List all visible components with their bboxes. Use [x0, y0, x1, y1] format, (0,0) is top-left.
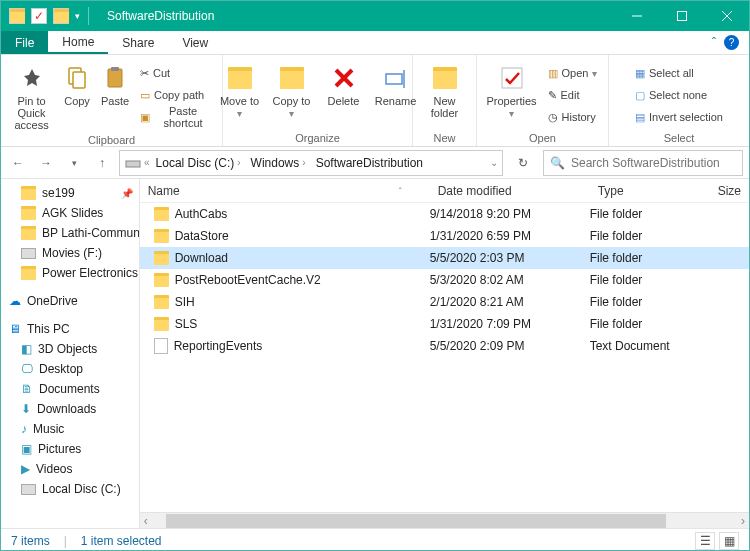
- horizontal-scrollbar[interactable]: ‹ ›: [140, 512, 749, 528]
- nav-item[interactable]: ▣Pictures: [1, 439, 139, 459]
- refresh-button[interactable]: ↻: [509, 150, 537, 176]
- status-count: 7 items: [11, 534, 50, 548]
- svg-rect-7: [111, 67, 119, 71]
- search-box[interactable]: 🔍: [543, 150, 743, 176]
- nav-item[interactable]: ⬇Downloads: [1, 399, 139, 419]
- svg-rect-1: [677, 12, 686, 21]
- nav-tree[interactable]: se199📌 AGK Slides BP Lathi-Communi Movie…: [1, 179, 140, 528]
- qat-folder-icon[interactable]: [9, 8, 25, 24]
- tab-view[interactable]: View: [168, 31, 222, 54]
- paste-button[interactable]: Paste: [98, 61, 132, 109]
- open-button[interactable]: ▥Open ▾: [544, 63, 602, 83]
- nav-item[interactable]: ▶Videos: [1, 459, 139, 479]
- nav-onedrive[interactable]: ☁OneDrive: [1, 291, 139, 311]
- file-icon: [154, 338, 168, 354]
- nav-item[interactable]: BP Lathi-Communi: [1, 223, 139, 243]
- close-button[interactable]: [704, 1, 749, 31]
- tab-home[interactable]: Home: [48, 31, 108, 54]
- properties-button[interactable]: Properties ▾: [484, 61, 540, 121]
- qat-overflow-icon[interactable]: [53, 8, 69, 24]
- tab-share[interactable]: Share: [108, 31, 168, 54]
- edit-icon: ✎: [548, 89, 557, 102]
- organize-group-label: Organize: [295, 131, 340, 146]
- copy-button[interactable]: Copy: [60, 61, 94, 109]
- qat-dropdown-icon[interactable]: ▾: [75, 11, 80, 21]
- table-row[interactable]: DataStore1/31/2020 6:59 PMFile folder: [140, 225, 749, 247]
- selectnone-icon: ▢: [635, 89, 645, 102]
- move-to-button[interactable]: Move to ▾: [216, 61, 264, 121]
- nav-item[interactable]: Local Disc (C:): [1, 479, 139, 499]
- edit-button[interactable]: ✎Edit: [544, 85, 602, 105]
- scroll-right-icon[interactable]: ›: [737, 514, 749, 528]
- col-name[interactable]: Nameˆ: [140, 184, 430, 198]
- column-headers: Nameˆ Date modified Type Size: [140, 179, 749, 203]
- nav-forward-button[interactable]: →: [35, 152, 57, 174]
- cut-button[interactable]: ✂Cut: [136, 63, 216, 83]
- help-icon[interactable]: ?: [724, 35, 739, 50]
- invert-selection-button[interactable]: ▤Invert selection: [631, 107, 727, 127]
- search-input[interactable]: [571, 156, 736, 170]
- pin-label: Pin to Quick access: [9, 95, 54, 131]
- table-row[interactable]: SLS1/31/2020 7:09 PMFile folder: [140, 313, 749, 335]
- table-row[interactable]: AuthCabs9/14/2018 9:20 PMFile folder: [140, 203, 749, 225]
- nav-item[interactable]: Movies (F:): [1, 243, 139, 263]
- nav-item[interactable]: ◧3D Objects: [1, 339, 139, 359]
- nav-item[interactable]: 🗎Documents: [1, 379, 139, 399]
- pictures-icon: ▣: [21, 442, 32, 456]
- folder-icon: [21, 186, 36, 200]
- nav-up-button[interactable]: ↑: [91, 152, 113, 174]
- file-type: File folder: [590, 251, 710, 265]
- breadcrumb-seg-2[interactable]: Windows›: [247, 156, 310, 170]
- breadcrumb-seg-3[interactable]: SoftwareDistribution: [312, 156, 427, 170]
- breadcrumb-seg-1[interactable]: Local Disc (C:)›: [152, 156, 245, 170]
- copy-icon: [62, 63, 92, 93]
- paste-shortcut-button[interactable]: ▣Paste shortcut: [136, 107, 216, 127]
- scroll-left-icon[interactable]: ‹: [140, 514, 152, 528]
- col-date[interactable]: Date modified: [430, 184, 590, 198]
- pin-quick-access-button[interactable]: Pin to Quick access: [7, 61, 56, 133]
- delete-button[interactable]: Delete: [320, 61, 368, 109]
- minimize-button[interactable]: [614, 1, 659, 31]
- select-group-label: Select: [664, 131, 695, 146]
- nav-item[interactable]: 🖵Desktop: [1, 359, 139, 379]
- nav-item[interactable]: ♪Music: [1, 419, 139, 439]
- breadcrumb[interactable]: « Local Disc (C:)› Windows› SoftwareDist…: [119, 150, 503, 176]
- col-type[interactable]: Type: [590, 184, 710, 198]
- nav-this-pc[interactable]: 🖥This PC: [1, 319, 139, 339]
- scroll-thumb[interactable]: [166, 514, 666, 528]
- sort-asc-icon: ˆ: [399, 186, 402, 196]
- file-name: AuthCabs: [175, 207, 228, 221]
- open-group-label: Open: [529, 131, 556, 146]
- view-icons-button[interactable]: ▦: [719, 532, 739, 550]
- select-all-button[interactable]: ▦Select all: [631, 63, 727, 83]
- file-name: SLS: [175, 317, 198, 331]
- nav-item[interactable]: se199📌: [1, 183, 139, 203]
- copyto-icon: [277, 63, 307, 93]
- select-none-button[interactable]: ▢Select none: [631, 85, 727, 105]
- table-row[interactable]: Download5/5/2020 2:03 PMFile folder: [140, 247, 749, 269]
- ribbon-collapse-icon[interactable]: ˆ: [712, 36, 716, 50]
- table-row[interactable]: PostRebootEventCache.V25/3/2020 8:02 AMF…: [140, 269, 749, 291]
- view-details-button[interactable]: ☰: [695, 532, 715, 550]
- nav-item[interactable]: AGK Slides: [1, 203, 139, 223]
- table-row[interactable]: SIH2/1/2020 8:21 AMFile folder: [140, 291, 749, 313]
- nav-back-button[interactable]: ←: [7, 152, 29, 174]
- rename-icon: [381, 63, 411, 93]
- new-folder-icon: [430, 63, 460, 93]
- col-size[interactable]: Size: [710, 184, 749, 198]
- cut-icon: ✂: [140, 67, 149, 80]
- table-row[interactable]: ReportingEvents5/5/2020 2:09 PMText Docu…: [140, 335, 749, 357]
- new-folder-button[interactable]: New folder: [419, 61, 471, 121]
- copy-path-button[interactable]: ▭Copy path: [136, 85, 216, 105]
- copy-to-button[interactable]: Copy to ▾: [268, 61, 316, 121]
- tab-file[interactable]: File: [1, 31, 48, 54]
- file-date: 5/5/2020 2:03 PM: [430, 251, 590, 265]
- maximize-button[interactable]: [659, 1, 704, 31]
- history-button[interactable]: ◷History: [544, 107, 602, 127]
- nav-item[interactable]: Power Electronics: [1, 263, 139, 283]
- address-bar: ← → ▾ ↑ « Local Disc (C:)› Windows› Soft…: [1, 147, 749, 179]
- breadcrumb-dropdown-icon[interactable]: ⌄: [490, 157, 498, 168]
- qat-checkbox-icon[interactable]: ✓: [31, 8, 47, 24]
- file-type: File folder: [590, 273, 710, 287]
- nav-recent-button[interactable]: ▾: [63, 152, 85, 174]
